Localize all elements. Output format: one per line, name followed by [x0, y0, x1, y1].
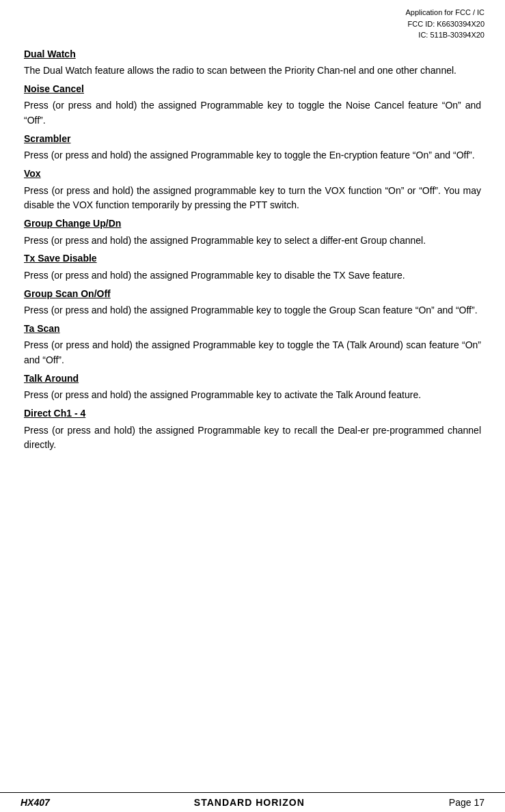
section-title-noise-cancel: Noise Cancel [24, 83, 481, 96]
section-title-ta-scan: Ta Scan [24, 322, 481, 336]
section-title-scrambler: Scrambler [24, 132, 481, 146]
section-scrambler: Scrambler Press (or press and hold) the … [24, 132, 481, 163]
page-header: Application for FCC / IC FCC ID: K663039… [21, 7, 484, 41]
section-body-group-scan: Press (or press and hold) the assigned P… [24, 303, 481, 318]
section-body-scrambler: Press (or press and hold) the assigned P… [24, 148, 481, 163]
content-area: Dual Watch The Dual Watch feature allows… [21, 48, 484, 453]
section-title-dual-watch: Dual Watch [24, 48, 481, 61]
section-title-talk-around: Talk Around [24, 372, 481, 386]
section-title-group-change: Group Change Up/Dn [24, 217, 481, 231]
header-line2: FCC ID: K6630394X20 [407, 20, 484, 28]
header-line3: IC: 511B-30394X20 [418, 31, 484, 39]
section-group-change: Group Change Up/Dn Press (or press and h… [24, 217, 481, 248]
section-body-vox: Press (or press and hold) the assigned p… [24, 184, 481, 213]
page-container: Application for FCC / IC FCC ID: K663039… [0, 0, 505, 812]
footer-page: Page 17 [449, 797, 484, 808]
section-body-tx-save: Press (or press and hold) the assigned P… [24, 268, 481, 283]
section-group-scan: Group Scan On/Off Press (or press and ho… [24, 288, 481, 318]
section-body-group-change: Press (or press and hold) the assigned P… [24, 234, 481, 249]
section-body-ta-scan: Press (or press and hold) the assigned P… [24, 338, 481, 367]
section-tx-save: Tx Save Disable Press (or press and hold… [24, 252, 481, 283]
section-body-noise-cancel: Press (or press and hold) the assigned P… [24, 98, 481, 128]
footer-brand: STANDARD HORIZON [194, 797, 305, 808]
section-title-vox: Vox [24, 167, 481, 181]
header-line1: Application for FCC / IC [405, 8, 484, 16]
section-vox: Vox Press (or press and hold) the assign… [24, 167, 481, 213]
section-dual-watch: Dual Watch The Dual Watch feature allows… [24, 48, 481, 79]
section-noise-cancel: Noise Cancel Press (or press and hold) t… [24, 83, 481, 128]
section-title-group-scan: Group Scan On/Off [24, 288, 481, 301]
section-title-direct-ch1: Direct Ch1 - 4 [24, 407, 481, 421]
footer-model: HX407 [21, 797, 50, 808]
page-footer: HX407 STANDARD HORIZON Page 17 [0, 792, 505, 812]
section-ta-scan: Ta Scan Press (or press and hold) the as… [24, 322, 481, 368]
section-body-talk-around: Press (or press and hold) the assigned P… [24, 388, 481, 403]
section-body-direct-ch1: Press (or press and hold) the assigned P… [24, 423, 481, 453]
section-talk-around: Talk Around Press (or press and hold) th… [24, 372, 481, 403]
section-direct-ch1: Direct Ch1 - 4 Press (or press and hold)… [24, 407, 481, 453]
section-title-tx-save: Tx Save Disable [24, 252, 481, 266]
section-body-dual-watch: The Dual Watch feature allows the radio … [24, 64, 481, 79]
